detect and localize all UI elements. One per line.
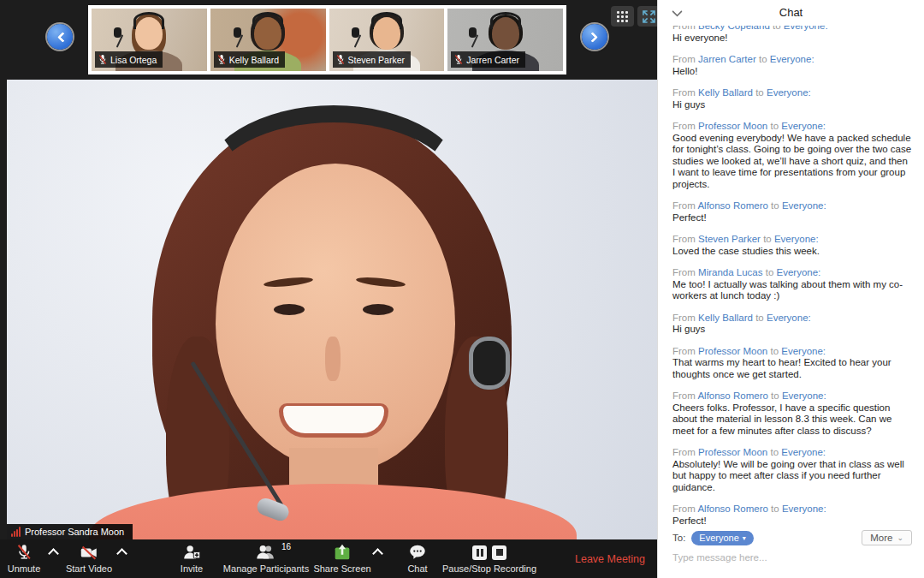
start-video-label: Start Video	[66, 564, 112, 574]
pause-recording-icon[interactable]	[472, 545, 487, 560]
sender-name: Kelly Ballard	[698, 87, 753, 98]
participant-thumbnail[interactable]: Steven Parker	[329, 9, 445, 71]
manage-participants-label: Manage Participants	[223, 564, 309, 574]
sender-name: Steven Parker	[698, 234, 761, 244]
participant-thumbnail[interactable]: Kelly Ballard	[210, 9, 326, 71]
chat-message: From Miranda Lucas to Everyone: Me too! …	[672, 267, 912, 302]
muted-mic-icon	[217, 54, 226, 65]
to-label: To:	[672, 533, 685, 543]
participant-thumbnail[interactable]: Lisa Ortega	[92, 9, 207, 71]
chat-message-header: From Alfonso Romero to Everyone:	[672, 200, 912, 212]
recipient-name: Everyone:	[781, 447, 826, 457]
chat-message-header: From Professor Moon to Everyone:	[672, 121, 912, 133]
sender-name: Professor Moon	[698, 121, 767, 131]
muted-mic-icon	[454, 54, 463, 65]
chat-message: From Professor Moon to Everyone: Absolut…	[672, 447, 912, 493]
participant-name: Jarren Carter	[466, 55, 519, 65]
headset-icon	[490, 12, 521, 29]
meeting-toolbar: Unmute Start Video	[0, 539, 657, 578]
chat-message-text: Me too! I actually was talking about the…	[672, 279, 912, 302]
recipient-name: Everyone:	[782, 504, 826, 514]
participant-name-tag: Steven Parker	[333, 51, 412, 68]
leave-meeting-button[interactable]: Leave Meeting	[575, 539, 645, 578]
chat-message-header: From Miranda Lucas to Everyone:	[672, 267, 912, 279]
participant-thumbnail[interactable]: Jarren Carter	[447, 9, 563, 71]
chat-compose-area: To: Everyone ▾ More ⌄	[658, 524, 924, 578]
video-options-chevron[interactable]	[116, 548, 127, 559]
chat-message: From Jarren Carter to Everyone: Hello!	[672, 54, 912, 77]
active-speaker-video: Professor Sandra Moon	[7, 80, 657, 539]
chat-message: From Becky Copeland to Everyone: Hi ever…	[672, 26, 912, 44]
chat-message-text: Hello!	[672, 66, 912, 78]
chat-panel: Chat From Becky Copeland to Everyone: Hi…	[657, 0, 924, 578]
chat-message-header: From Kelly Ballard to Everyone:	[672, 313, 912, 325]
share-screen-icon	[332, 543, 352, 562]
recipient-name: Everyone:	[770, 54, 814, 64]
share-screen-button[interactable]: Share Screen	[315, 539, 370, 578]
chat-message: From Kelly Ballard to Everyone: Hi guys	[672, 313, 912, 336]
chat-message-header: From Alfonso Romero to Everyone:	[672, 504, 912, 515]
chat-button[interactable]: Chat	[397, 539, 438, 578]
more-button[interactable]: More ⌄	[862, 530, 912, 545]
chevron-left-icon	[56, 32, 68, 43]
chevron-right-icon	[587, 32, 598, 43]
invite-label: Invite	[181, 564, 203, 574]
invite-button[interactable]: Invite	[169, 539, 214, 578]
chat-message-text: Perfect!	[672, 212, 912, 224]
chat-message-text: Loved the case studies this week.	[672, 246, 912, 258]
recipient-name: Everyone:	[774, 234, 819, 244]
chat-message: From Alfonso Romero to Everyone: Cheers …	[672, 390, 912, 437]
chat-message-header: From Jarren Carter to Everyone:	[672, 54, 912, 66]
chat-message-header: From Professor Moon to Everyone:	[672, 447, 912, 459]
speaker-name: Professor Sandra Moon	[25, 527, 124, 537]
chat-message: From Professor Moon to Everyone: Good ev…	[672, 121, 912, 190]
audio-options-chevron[interactable]	[48, 548, 59, 559]
muted-mic-icon	[336, 54, 345, 65]
speaker-name-tag: Professor Sandra Moon	[7, 524, 133, 539]
recording-label: Pause/Stop Recording	[442, 564, 536, 574]
participant-name: Kelly Ballard	[229, 55, 279, 65]
chat-message-text: Cheers folks. Professor, I have a specif…	[672, 402, 912, 438]
participants-icon	[255, 543, 277, 562]
recipient-selector[interactable]: Everyone ▾	[691, 531, 754, 545]
start-video-button[interactable]: Start Video	[62, 539, 116, 578]
participant-name-tag: Lisa Ortega	[95, 51, 163, 68]
manage-participants-button[interactable]: 16 Manage Participants	[216, 539, 317, 578]
chat-label: Chat	[407, 564, 427, 574]
chat-message-list[interactable]: From Becky Copeland to Everyone: Hi ever…	[658, 26, 924, 524]
chat-message: From Alfonso Romero to Everyone: Perfect…	[672, 200, 912, 223]
audio-signal-icon	[11, 527, 21, 537]
sender-name: Becky Copeland	[698, 26, 770, 31]
recipient-name: Everyone:	[781, 121, 826, 131]
muted-mic-icon	[98, 54, 107, 65]
gallery-view-button[interactable]	[611, 6, 634, 27]
chat-message-header: From Professor Moon to Everyone:	[672, 346, 912, 358]
chat-header: Chat	[658, 0, 924, 26]
chat-message-text: Hi everyone!	[672, 33, 912, 45]
sender-name: Jarren Carter	[698, 54, 756, 64]
chat-message-text: Absolutely! We will be going over that i…	[672, 459, 912, 494]
participant-name-tag: Kelly Ballard	[214, 51, 285, 68]
sender-name: Miranda Lucas	[698, 267, 762, 277]
invite-person-icon	[181, 543, 202, 562]
recipient-name: Everyone:	[782, 200, 826, 211]
stop-recording-icon[interactable]	[492, 545, 506, 560]
chat-message-header: From Kelly Ballard to Everyone:	[672, 87, 912, 99]
chat-message-header: From Becky Copeland to Everyone:	[672, 26, 912, 33]
share-options-chevron[interactable]	[372, 548, 383, 559]
meeting-stage: Lisa Ortega Kelly Ballard	[0, 0, 657, 578]
sender-name: Alfonso Romero	[697, 200, 767, 211]
previous-participants-button[interactable]	[47, 24, 73, 50]
muted-mic-icon	[15, 543, 33, 562]
unmute-button[interactable]: Unmute	[5, 539, 43, 578]
chat-message-header: From Steven Parker to Everyone:	[672, 234, 912, 246]
chat-message: From Kelly Ballard to Everyone: Hi guys	[672, 87, 912, 110]
chat-message-text: Hi guys	[672, 99, 912, 111]
sender-name: Professor Moon	[698, 346, 767, 356]
participant-name: Lisa Ortega	[110, 55, 157, 65]
next-participants-button[interactable]	[582, 24, 607, 50]
participant-filmstrip: Lisa Ortega Kelly Ballard	[88, 5, 566, 74]
pause-stop-recording-button[interactable]: Pause/Stop Recording	[438, 539, 541, 578]
chat-message-input[interactable]	[672, 552, 912, 563]
recipient-name: Everyone:	[782, 390, 826, 401]
